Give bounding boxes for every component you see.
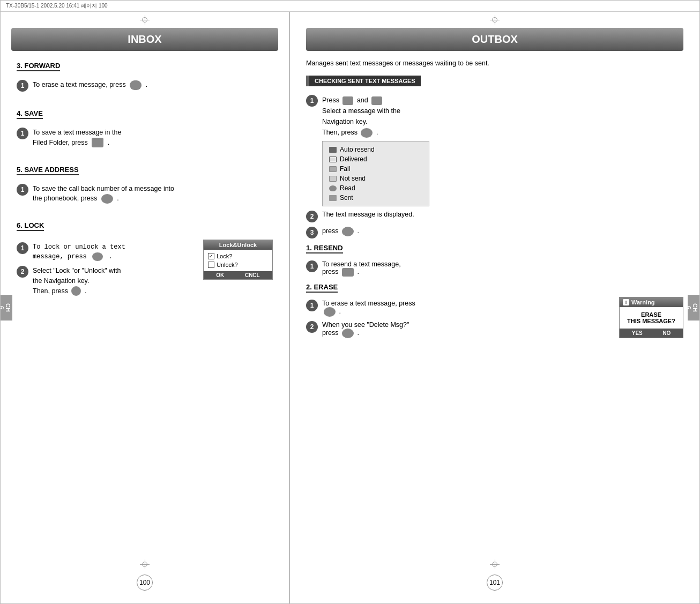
lock-unlock-popup: Lock&Unlock ✓ Lock? Unlock? [203,240,273,280]
section-lock: 6. LOCK 1 To lock or unlock a textmessag… [17,206,273,299]
save-address-title: 5. SAVE ADDRESS [17,166,79,175]
ch6-tab-left: CH6 [1,295,12,320]
step-2-circle: 2 [17,266,28,278]
step-1-circle: 1 [17,80,28,92]
status-not-send: Not send [329,174,422,183]
page-number-left: 100 [137,575,153,591]
inbox-title: INBOX [11,28,278,51]
step-1-circle: 1 [17,128,28,139]
status-delivered: Delivered [329,154,422,164]
save-address-step1-text: To save the call back number of a messag… [33,184,174,204]
status-read: Read [329,183,422,193]
step3-text: press . [322,227,359,236]
step-1-circle: 1 [306,300,318,311]
step-2-circle: 2 [306,211,318,222]
checking-label: CHECKING SENT TEXT MESSAGES [306,76,421,86]
inbox-panel: INBOX 3. FORWARD 1 To erase a text messa… [1,12,290,603]
warning-popup-footer: YES NO [620,329,683,338]
outbox-intro: Manages sent text messages or messages w… [306,59,683,67]
popup-footer: OK CNCL [204,271,272,279]
step-2-circle: 2 [306,321,318,333]
erase-title: 2. ERASE [306,283,338,293]
warning-popup-header: ! Warning [620,297,683,307]
step-1-circle: 1 [306,95,318,107]
lock-option: ✓ Lock? [208,252,268,260]
lock-title: 6. LOCK [17,221,44,231]
step-1-circle: 1 [17,242,28,254]
section-resend: 1. RESEND 1 To resend a text message,pre… [306,244,683,277]
outbox-title: OUTBOX [306,28,683,51]
page-number-right: 101 [487,575,503,591]
section-save-address: 5. SAVE ADDRESS 1 To save the call back … [17,151,273,204]
forward-step1-text: To erase a text message, press . [33,80,147,90]
step-1-circle: 1 [17,184,28,196]
status-fail: Fail [329,164,422,174]
ch6-tab-right: CH6 [688,295,699,320]
resend-step1-text: To resend a text message,press . [322,260,401,277]
save-title: 4. SAVE [17,109,43,119]
section-forward: 3. FORWARD 1 To erase a text message, pr… [17,51,273,92]
lock-step1-text: To lock or unlock a textmessage, press . [33,242,125,262]
section-save: 4. SAVE 1 To save a text message in theF… [17,94,273,148]
step-3-circle: 3 [306,227,318,238]
page-header: TX-30B5/15-1 2002.5.20 16:41 페이지 100 [1,1,699,12]
erase-step1-text: To erase a text message, press . [322,300,415,317]
step-1-circle: 1 [306,260,318,272]
outbox-panel: OUTBOX Manages sent text messages or mes… [290,12,699,603]
resend-title: 1. RESEND [306,244,343,253]
forward-title: 3. FORWARD [17,62,60,71]
section-erase: 2. ERASE 1 To erase a text message, pres… [306,283,683,341]
status-sent: Sent [329,193,422,203]
erase-step2-text: When you see "Delete Msg?"press . [322,321,409,338]
save-step1-text: To save a text message in theFiled Folde… [33,128,121,148]
popup-header: Lock&Unlock [204,240,272,250]
warning-popup-body: ERASETHIS MESSAGE? [620,307,683,329]
lock-step2-text: Select "Lock "or "Unlock" withthe Naviga… [33,266,121,296]
step2-text: The text message is displayed. [322,211,414,218]
warning-popup: ! Warning ERASETHIS MESSAGE? YES NO [619,297,683,338]
status-table: Auto resend Delivered Fail Not [322,141,429,206]
unlock-option: Unlock? [208,260,268,269]
status-auto-resend: Auto resend [329,145,422,154]
